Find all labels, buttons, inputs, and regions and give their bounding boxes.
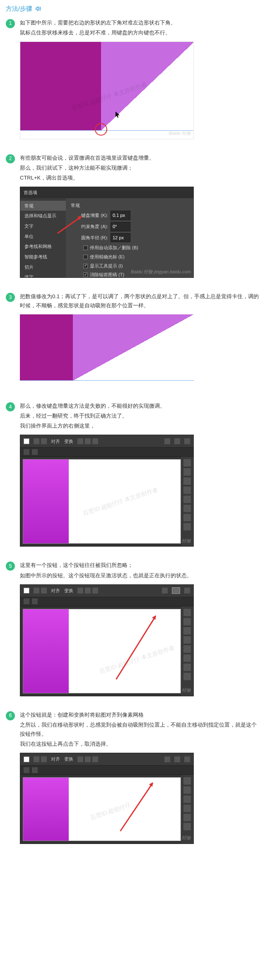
toolbar-label[interactable]: 对齐 xyxy=(51,587,60,595)
toolbar-icon[interactable] xyxy=(34,588,39,593)
doc-tab[interactable] xyxy=(32,767,38,773)
toolbar-icon[interactable] xyxy=(77,588,83,593)
toolbar-icon[interactable] xyxy=(162,588,168,593)
section-header: 方法/步骤 xyxy=(0,0,265,16)
cursor-icon xyxy=(116,112,120,118)
tool-icon[interactable] xyxy=(183,777,191,785)
canvas[interactable]: 百度ID:超能仔仔 本文原创作者 xyxy=(23,459,181,544)
tool-icon[interactable] xyxy=(183,805,191,812)
fill-swatch-icon[interactable] xyxy=(24,438,29,444)
toolbar-icon[interactable] xyxy=(85,438,91,444)
toolbar-icon[interactable] xyxy=(164,756,170,762)
step-number: 1 xyxy=(6,19,15,28)
screenshot-ai-ui: 对齐 变换 百度ID:超能仔仔 本文原创作者 xyxy=(20,435,194,547)
tool-icon[interactable] xyxy=(183,636,191,644)
canvas[interactable]: 百度ID:超能仔仔 xyxy=(23,777,181,841)
tool-icon[interactable] xyxy=(183,645,191,653)
tool-icon[interactable] xyxy=(183,786,191,794)
step-line: 之所以，我们在移动形状时，总感觉到会被自动吸附到位置上，不能自主移动到指定位置，… xyxy=(20,720,259,739)
toolbar-icon[interactable] xyxy=(41,756,47,762)
doc-tab[interactable] xyxy=(24,598,29,604)
pref-side-item[interactable]: 切片 xyxy=(20,262,66,272)
step: 3 把数值修改为0.1；再试了下，是可以调了，两个形状的点是对上了。但，手感上总… xyxy=(6,292,259,387)
screenshot-ai-ui: 对齐 变换 百度ID:超能仔仔 本文原创作者 xyxy=(20,584,194,696)
pixel-grid-align-icon[interactable] xyxy=(174,438,180,444)
toolbar-label[interactable]: 变换 xyxy=(64,438,73,445)
keyboard-increment-input[interactable]: 0.1 px xyxy=(111,211,130,220)
logo-watermark: Baidu 经验 xyxy=(169,834,191,842)
fill-swatch-icon[interactable] xyxy=(24,588,29,593)
logo-watermark: Baidu 经验 xyxy=(169,537,191,545)
step-line: 这个按钮就是：创建和变换时将贴图对齐到像素网格 xyxy=(20,710,259,720)
tool-icon[interactable] xyxy=(183,468,191,476)
tool-icon[interactable] xyxy=(183,459,191,467)
canvas[interactable]: 百度ID:超能仔仔 本文原创作者 xyxy=(23,609,181,693)
pref-side-item[interactable]: 参考线和网格 xyxy=(20,241,66,252)
toolbar-icon[interactable] xyxy=(85,588,91,593)
tool-icon[interactable] xyxy=(183,496,191,503)
corner-radius-input[interactable]: 12 px xyxy=(111,233,130,243)
pref-sidebar: 常规 选择和锚点显示 文字 单位 参考线和网格 智能参考线 切片 连字 增效工具… xyxy=(20,198,66,278)
tool-icon[interactable] xyxy=(183,505,191,512)
tool-icon[interactable] xyxy=(183,814,191,821)
tool-icon[interactable] xyxy=(183,823,191,830)
tool-icon[interactable] xyxy=(183,664,191,671)
pixel-grid-align-button[interactable] xyxy=(174,756,180,762)
doc-tab[interactable] xyxy=(24,767,29,773)
toolbar-icon[interactable] xyxy=(41,588,47,593)
toolbar-icon[interactable] xyxy=(92,756,98,762)
watermark: 百度ID:超能仔仔 本文原创作者 xyxy=(82,485,159,519)
audio-icon[interactable] xyxy=(35,5,41,12)
toolbar-icon[interactable] xyxy=(41,438,47,444)
step: 6 这个按钮就是：创建和变换时将贴图对齐到像素网格 之所以，我们在移动形状时，总… xyxy=(6,710,259,844)
doc-tab[interactable] xyxy=(32,598,38,604)
toolbar-label[interactable]: 变换 xyxy=(64,755,73,763)
step-number: 6 xyxy=(6,711,15,720)
toolbar-icon[interactable] xyxy=(34,438,39,444)
doc-tab[interactable] xyxy=(32,449,38,455)
tool-icon[interactable] xyxy=(183,477,191,485)
toolbar-icon[interactable] xyxy=(34,756,39,762)
tool-icon[interactable] xyxy=(183,654,191,662)
pixel-grid-align-button[interactable] xyxy=(172,587,180,594)
toolbar-icon[interactable] xyxy=(85,756,91,762)
doc-tab[interactable] xyxy=(24,449,29,455)
pref-side-item[interactable]: 连字 xyxy=(20,272,66,278)
tab-bar xyxy=(20,766,193,775)
tool-icon[interactable] xyxy=(183,514,191,521)
pref-side-item[interactable]: 智能参考线 xyxy=(20,252,66,262)
toolbar-icon[interactable] xyxy=(92,588,98,593)
toolbar-label[interactable]: 对齐 xyxy=(51,438,60,445)
checkbox[interactable] xyxy=(83,255,88,259)
pref-side-item[interactable]: 常规 xyxy=(20,201,66,211)
step-text: 这里有一个按钮，这个按钮往往被我们所忽略； 如图中所示的按钮。这个按钮现在呈激活… xyxy=(20,561,259,580)
toolbar-label[interactable]: 对齐 xyxy=(51,755,60,763)
checkbox[interactable] xyxy=(83,264,88,268)
tool-icon[interactable] xyxy=(183,618,191,625)
checkbox[interactable] xyxy=(83,246,88,250)
tool-icon[interactable] xyxy=(183,523,191,530)
toolbar-label[interactable]: 变换 xyxy=(64,587,73,595)
toolbar-icon[interactable] xyxy=(184,588,190,593)
pref-side-item[interactable]: 文字 xyxy=(20,221,66,231)
tool-icon[interactable] xyxy=(183,795,191,803)
toolbar-icon[interactable] xyxy=(184,756,190,762)
step-line: 如下图中所示，需要把右边的形状的左下角对准左边形状右下角。 xyxy=(20,18,259,27)
toolbar-icon[interactable] xyxy=(184,438,190,444)
step-line: 有些朋友可能会说，设置微调在首选项里设置键盘增量。 xyxy=(20,153,259,163)
toolbar-icon[interactable] xyxy=(77,756,83,762)
toolbar-icon[interactable] xyxy=(92,438,98,444)
tool-icon[interactable] xyxy=(183,673,191,680)
tool-icon[interactable] xyxy=(183,486,191,494)
tool-icon[interactable] xyxy=(183,627,191,635)
step-line: 这里有一个按钮，这个按钮往往被我们所忽略； xyxy=(20,561,259,570)
checkbox-label: 显示工具提示 (I) xyxy=(90,262,123,270)
fill-swatch-icon[interactable] xyxy=(24,756,29,762)
step-line: 那么，修改键盘增量这方法是失败的，不能很好的实现微调。 xyxy=(20,401,259,411)
constrain-angle-input[interactable]: 0° xyxy=(111,222,130,231)
checkbox[interactable] xyxy=(83,272,88,277)
tool-icon[interactable] xyxy=(183,609,191,616)
pref-side-item[interactable]: 选择和锚点显示 xyxy=(20,211,66,221)
toolbar-icon[interactable] xyxy=(164,438,170,444)
toolbar-icon[interactable] xyxy=(77,438,83,444)
